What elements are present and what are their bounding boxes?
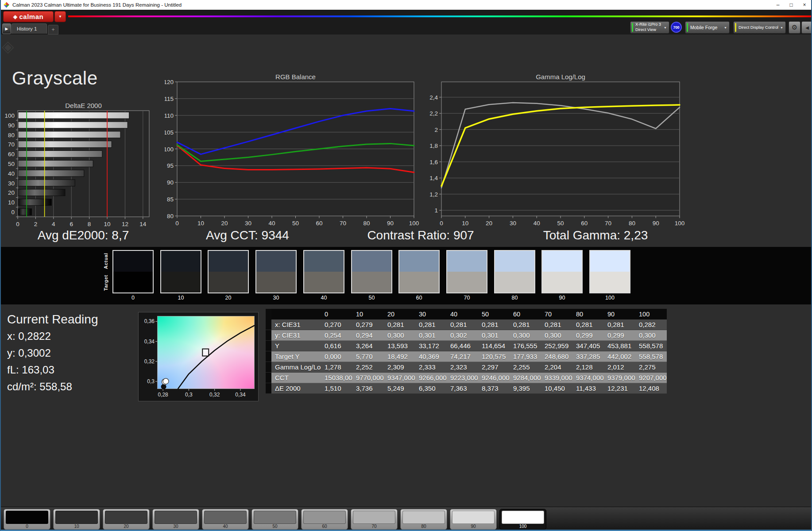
patch-level-label: 20 — [208, 295, 249, 301]
deltae-bar-0 — [18, 208, 32, 215]
pattern-button-50[interactable]: 50 — [251, 509, 298, 530]
svg-text:90: 90 — [387, 220, 394, 227]
chevron-down-icon: ▼ — [58, 15, 62, 19]
target-swatch — [542, 272, 582, 292]
table-cell: 0,282 — [635, 319, 667, 330]
table-cell: 0,301 — [415, 330, 447, 341]
patch-level-label: 90 — [541, 295, 583, 301]
table-cell: 347,405 — [572, 341, 604, 351]
pattern-button-60[interactable]: 60 — [301, 509, 348, 530]
table-row-marker — [266, 319, 271, 330]
maximize-icon[interactable]: □ — [785, 0, 798, 10]
svg-text:1,6: 1,6 — [429, 159, 438, 165]
table-cell: 0,299 — [604, 330, 635, 341]
svg-text:2: 2 — [434, 127, 438, 133]
svg-text:30: 30 — [8, 180, 15, 187]
patch-level-label: 70 — [446, 295, 487, 301]
table-cell: 6,350 — [415, 383, 447, 394]
table-cell: 2,309 — [384, 362, 415, 373]
patch-level-label: 40 — [303, 295, 344, 301]
table-cell: 177,933 — [510, 351, 541, 362]
actual-swatch — [542, 251, 582, 272]
table-header-cell: 90 — [604, 309, 635, 320]
pattern-button-20[interactable]: 20 — [103, 509, 150, 530]
table-cell: 0,299 — [572, 330, 604, 341]
close-icon[interactable]: × — [798, 0, 811, 10]
svg-text:95: 95 — [167, 162, 174, 169]
svg-text:20: 20 — [8, 189, 15, 196]
source-dropdown[interactable]: Mobile Forge ▼ — [685, 21, 730, 34]
pattern-button-70[interactable]: 70 — [351, 509, 398, 530]
measurement-table: 0102030405060708090100x: CIE310,2700,279… — [266, 309, 667, 394]
table-cell: 9379,000 — [604, 373, 635, 383]
table-cell: 74,217 — [447, 351, 478, 362]
pattern-button-30[interactable]: 30 — [152, 509, 199, 530]
table-cell: 0,300 — [635, 330, 667, 341]
add-tab-button[interactable]: + — [48, 25, 58, 35]
patch-actual-target-50 — [351, 250, 392, 293]
table-cell: 0,281 — [604, 319, 635, 330]
pattern-button-40[interactable]: 40 — [202, 509, 249, 530]
table-cell: 2,128 — [572, 362, 604, 373]
deltae-bar-90 — [18, 122, 128, 128]
svg-text:10: 10 — [197, 220, 204, 227]
actual-swatch — [590, 251, 630, 272]
chevron-down-icon: ▼ — [724, 26, 727, 29]
svg-text:0: 0 — [440, 220, 443, 227]
calman-logo-button[interactable]: ◈ calman — [3, 11, 54, 22]
table-cell: 9284,000 — [510, 373, 541, 383]
pattern-button-0[interactable]: 0 — [4, 509, 50, 530]
minimize-icon[interactable]: – — [771, 0, 785, 10]
svg-text:1: 1 — [434, 207, 438, 214]
expander-arrow-icon: ▶ — [5, 27, 8, 31]
pattern-swatch — [303, 511, 346, 524]
meter-badge[interactable]: 700 — [671, 22, 682, 33]
svg-text:105: 105 — [165, 129, 174, 136]
svg-text:70: 70 — [340, 220, 346, 227]
svg-text:0: 0 — [16, 221, 19, 227]
svg-text:80: 80 — [8, 132, 15, 139]
svg-text:10: 10 — [8, 199, 15, 206]
patch-actual-target-0 — [112, 250, 154, 293]
svg-text:40: 40 — [8, 170, 15, 177]
table-row-label: CCT — [271, 373, 321, 383]
table-cell: 0,281 — [384, 319, 415, 330]
svg-text:2,4: 2,4 — [429, 94, 438, 101]
calman-menu-dropdown[interactable]: ▼ — [54, 11, 66, 22]
svg-text:8: 8 — [88, 221, 91, 227]
table-cell: 0,300 — [510, 330, 541, 341]
actual-swatch — [256, 251, 296, 272]
table-cell: 12,408 — [635, 383, 667, 394]
chevron-left-icon: ◀ — [805, 25, 809, 30]
table-cell: 12,231 — [604, 383, 635, 394]
svg-text:90: 90 — [8, 122, 15, 129]
pattern-button-80[interactable]: 80 — [400, 509, 447, 530]
display-status-bar — [735, 23, 736, 32]
tab-history-1[interactable]: History 1 — [12, 23, 47, 34]
table-cell: 9207,000 — [635, 373, 667, 383]
tab-expander-button[interactable]: ▶ — [2, 23, 11, 34]
pattern-label: 60 — [302, 524, 348, 529]
meter-dropdown[interactable]: X-Rite i1Pro 3 Direct View ▼ — [630, 21, 669, 34]
settings-button[interactable]: ⚙ — [789, 21, 800, 34]
collapse-panel-button[interactable]: ◀ — [801, 21, 812, 34]
table-row-marker — [266, 341, 271, 351]
pattern-button-10[interactable]: 10 — [53, 509, 100, 530]
deltae-bar-70 — [18, 141, 112, 148]
pattern-label: 90 — [450, 524, 496, 529]
table-header-label — [271, 309, 321, 320]
actual-swatch — [399, 251, 439, 272]
pattern-button-100[interactable]: 100 — [499, 509, 546, 530]
deltae-bar-50 — [18, 160, 93, 167]
table-row-label: y: CIE31 — [271, 330, 321, 341]
pattern-button-90[interactable]: 90 — [450, 509, 497, 530]
target-row-label: Target — [103, 273, 110, 293]
table-cell: 40,369 — [415, 351, 447, 362]
target-swatch — [590, 272, 630, 292]
patch-level-label: 30 — [255, 295, 297, 301]
svg-text:0,34: 0,34 — [144, 339, 155, 345]
display-control-dropdown[interactable]: Direct Display Control ▼ — [733, 21, 786, 34]
table-row-label: ΔE 2000 — [271, 383, 321, 394]
table-cell: 5,249 — [384, 383, 415, 394]
target-swatch — [352, 272, 391, 292]
